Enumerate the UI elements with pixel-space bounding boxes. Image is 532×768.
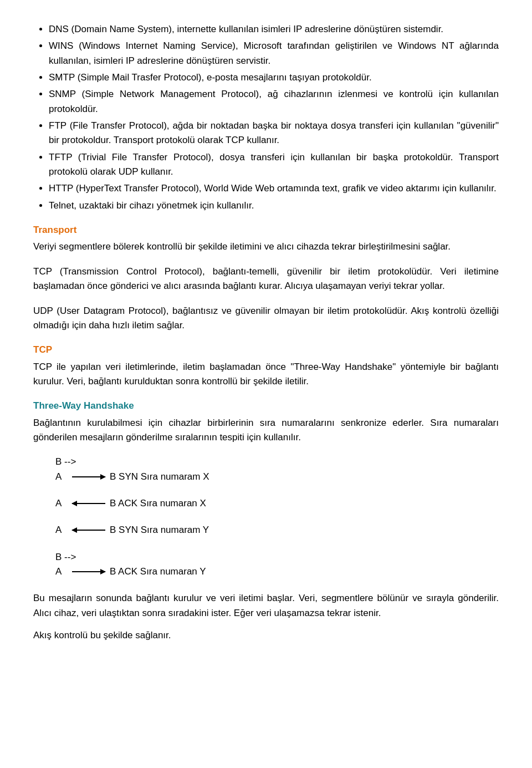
list-item-dns: DNS (Domain Name System), internette kul… [49, 22, 499, 37]
threeway-section: Three-Way Handshake Bağlantının kurulabi… [33, 399, 499, 445]
diagram-text-4: B ACK Sıra numaran Y [110, 564, 206, 579]
closing-para-2: Akış kontrolü bu şekilde sağlanır. [33, 628, 499, 643]
bullet-list-section: DNS (Domain Name System), internette kul… [33, 22, 499, 213]
transport-heading: Transport [33, 223, 499, 237]
tcp-full-para: TCP (Transmission Control Protocol), bağ… [33, 265, 499, 294]
arrow-right-4 [72, 571, 105, 572]
diagram-row-1: A B SYN Sıra numaram X [55, 470, 499, 484]
udp-section: UDP (User Datagram Protocol), bağlantısı… [33, 304, 499, 333]
list-item-wins: WINS (Windows Internet Naming Service), … [49, 39, 499, 68]
diagram-label-a4: A [55, 564, 68, 579]
list-item-http: HTTP (HyperText Transfer Protocol), Worl… [49, 181, 499, 196]
threeway-heading: Three-Way Handshake [33, 399, 499, 413]
list-item-ftp: FTP (File Transfer Protocol), ağda bir n… [49, 119, 499, 148]
protocol-list: DNS (Domain Name System), internette kul… [49, 22, 499, 213]
diagram-label-a2: A [55, 496, 68, 511]
transport-para: Veriyi segmentlere bölerek kontrollü bir… [33, 240, 499, 254]
arrow-left-2 [72, 503, 105, 504]
diagram-text-1: B SYN Sıra numaram X [110, 470, 209, 484]
diagram-label-a3: A [55, 523, 68, 537]
diagram-row-4: A B ACK Sıra numaran Y [55, 564, 499, 579]
closing-para-1: Bu mesajların sonunda bağlantı kurulur v… [33, 591, 499, 620]
diagram-text-3: B SYN Sıra numaram Y [110, 523, 209, 537]
udp-para: UDP (User Datagram Protocol), bağlantısı… [33, 304, 499, 333]
diagram-row-3: A B SYN Sıra numaram Y [55, 523, 499, 537]
handshake-diagram: B --> A B SYN Sıra numaram X A B ACK Sır… [55, 455, 499, 579]
arrow-right-1 [72, 476, 105, 477]
diagram-text-2: B ACK Sıra numaran X [110, 496, 206, 511]
threeway-para: Bağlantının kurulabilmesi için cihazlar … [33, 416, 499, 445]
arrow-left-3 [72, 530, 105, 531]
list-item-telnet: Telnet, uzaktaki bir cihazı yönetmek içi… [49, 199, 499, 213]
list-item-smtp: SMTP (Simple Mail Trasfer Protocol), e-p… [49, 70, 499, 85]
tcp-para: TCP ile yapılan veri iletimlerinde, ilet… [33, 360, 499, 389]
diagram-label-a1: A [55, 470, 68, 484]
tcp-section: TCP TCP ile yapılan veri iletimlerinde, … [33, 343, 499, 389]
diagram-row-2: A B ACK Sıra numaran X [55, 496, 499, 511]
tcp-full-section: TCP (Transmission Control Protocol), bağ… [33, 265, 499, 294]
tcp-heading: TCP [33, 343, 499, 357]
transport-section: Transport Veriyi segmentlere bölerek kon… [33, 223, 499, 255]
list-item-tftp: TFTP (Trivial File Transfer Protocol), d… [49, 150, 499, 180]
closing-section: Bu mesajların sonunda bağlantı kurulur v… [33, 591, 499, 643]
list-item-snmp: SNMP (Simple Network Management Protocol… [49, 87, 499, 116]
